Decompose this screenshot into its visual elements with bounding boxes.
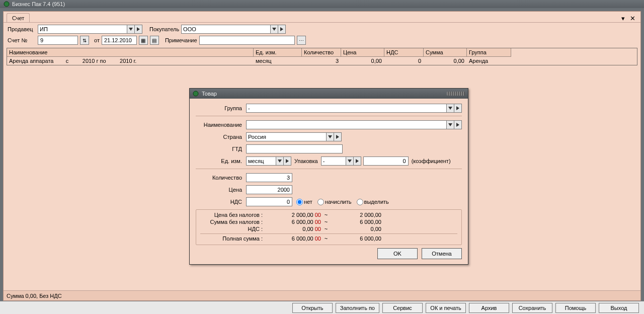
unit-input[interactable] (246, 156, 276, 166)
gh-price[interactable]: Цена (341, 48, 384, 57)
packaging-dropdown-icon[interactable] (346, 156, 354, 166)
save-button[interactable]: Сохранить (512, 303, 552, 313)
seller-input[interactable] (38, 25, 127, 34)
grid-header: Наименование Ед. изм. Количество Цена НД… (7, 48, 637, 57)
group-lookup-icon[interactable] (454, 104, 462, 113)
label-seller: Продавец (8, 26, 36, 32)
note-input[interactable] (199, 36, 295, 45)
grid-row[interactable]: Аренда аппарата с 2010 г по 2010 г. меся… (7, 57, 637, 65)
label-coeff: (коэффициент) (409, 158, 454, 164)
exit-button[interactable]: Выход (599, 303, 639, 313)
invoice-no-stepper-icon[interactable]: ⇅ (80, 36, 89, 45)
gh-group[interactable]: Группа (467, 48, 511, 57)
gh-vat[interactable]: НДС (384, 48, 424, 57)
label-gtd: ГТД (196, 146, 246, 152)
svg-marker-14 (348, 160, 352, 163)
label-country: Страна (196, 134, 246, 140)
vat-radio-add[interactable]: начислить (317, 199, 352, 205)
archive-button[interactable]: Архив (469, 303, 509, 313)
country-input[interactable] (246, 132, 327, 141)
label-price: Цена (196, 187, 246, 193)
calc-total-b: 6 000,00 (331, 236, 381, 242)
name-dropdown-icon[interactable] (446, 120, 454, 129)
open-button[interactable]: Открыть (292, 303, 333, 313)
calc-label-price-no-tax: Цена без налогов : (200, 212, 266, 218)
date-picker-icon[interactable]: ▦ (139, 36, 148, 45)
status-bar: Сумма 0,00, Без НДС (4, 290, 640, 300)
gc-name: Аренда аппарата с 2010 г по 2010 г. (7, 57, 254, 65)
help-button[interactable]: Помощь (555, 303, 596, 313)
svg-marker-10 (328, 135, 332, 138)
price-input[interactable] (246, 185, 292, 194)
app-titlebar: Бизнес Пак 7.4 (951) (0, 0, 644, 8)
svg-marker-9 (456, 123, 459, 127)
calc-price-no-tax-b: 2 000,00 (331, 212, 381, 218)
unit-lookup-icon[interactable] (283, 156, 291, 166)
svg-point-0 (4, 2, 9, 7)
vat-radio-none[interactable]: нет (296, 199, 312, 205)
gc-unit: месяц (254, 57, 302, 65)
drag-handle-icon[interactable] (447, 92, 465, 96)
tab-close-icon[interactable]: ✕ (629, 15, 636, 22)
label-unit: Ед. изм. (196, 158, 246, 164)
date-input[interactable] (102, 36, 137, 45)
app-title: Бизнес Пак 7.4 (951) (12, 1, 65, 7)
svg-marker-1 (129, 28, 133, 31)
vat-radio-extract[interactable]: выделить (357, 199, 389, 205)
buyer-lookup-icon[interactable] (278, 25, 286, 34)
gc-qty: 3 (302, 57, 341, 65)
label-group: Группа (196, 105, 246, 111)
gh-unit[interactable]: Ед. изм. (254, 48, 302, 57)
label-name: Наименование (196, 122, 246, 128)
svg-marker-15 (356, 159, 359, 163)
country-dropdown-icon[interactable] (326, 132, 334, 141)
svg-marker-7 (456, 106, 459, 110)
group-dropdown-icon[interactable] (446, 104, 454, 113)
date-extra-icon[interactable]: ▤ (150, 36, 159, 45)
dialog-title: Товар (202, 91, 217, 97)
buyer-input[interactable] (181, 25, 271, 34)
label-note: Примечание (165, 37, 197, 43)
ok-button[interactable]: OK (377, 248, 418, 259)
invoice-no-input[interactable] (38, 36, 78, 45)
dialog-titlebar[interactable]: Товар (190, 89, 468, 99)
gc-price: 0,00 (341, 57, 384, 65)
bottom-toolbar: Открыть Заполнить по Сервис ОК и печать … (0, 301, 644, 314)
group-input[interactable] (246, 104, 447, 113)
items-grid: Наименование Ед. изм. Количество Цена НД… (7, 48, 637, 65)
country-lookup-icon[interactable] (334, 132, 342, 141)
buyer-dropdown-icon[interactable] (270, 25, 278, 34)
ok-print-button[interactable]: ОК и печать (426, 303, 466, 313)
calc-label-sum-no-tax: Сумма без налогов : (200, 219, 266, 225)
calc-vat-a: 0,00 00 (266, 226, 321, 232)
vat-input[interactable] (246, 197, 292, 206)
status-text: Сумма 0,00, Без НДС (7, 293, 62, 299)
unit-dropdown-icon[interactable] (276, 156, 284, 166)
service-button[interactable]: Сервис (382, 303, 423, 313)
coeff-input[interactable] (363, 156, 409, 166)
seller-dropdown-icon[interactable] (127, 25, 135, 34)
tab-invoice[interactable]: Счет (7, 13, 30, 22)
tab-label: Счет (12, 15, 24, 21)
cancel-button[interactable]: Отмена (422, 248, 462, 259)
packaging-lookup-icon[interactable] (353, 156, 361, 166)
tilde-icon: ~ (321, 219, 331, 225)
calc-price-no-tax-a: 2 000,00 00 (266, 212, 321, 218)
svg-marker-12 (278, 160, 282, 163)
gh-qty[interactable]: Количество (302, 48, 341, 57)
note-more-icon[interactable]: ⋯ (297, 36, 306, 45)
packaging-input[interactable] (321, 156, 346, 166)
seller-lookup-icon[interactable] (134, 25, 142, 34)
qty-input[interactable] (246, 173, 292, 182)
calc-label-total: Полная сумма : (200, 236, 266, 242)
gtd-input[interactable] (246, 144, 343, 153)
product-dialog: Товар Группа Наименование Страна (189, 88, 468, 265)
tab-minimize-icon[interactable]: ▾ (620, 15, 626, 22)
svg-marker-3 (272, 28, 276, 31)
gh-name[interactable]: Наименование (7, 48, 254, 57)
fill-by-button[interactable]: Заполнить по (336, 303, 379, 313)
name-lookup-icon[interactable] (454, 120, 462, 129)
gh-sum[interactable]: Сумма (424, 48, 467, 57)
gc-group: Аренда (467, 57, 511, 65)
name-input[interactable] (246, 120, 447, 129)
